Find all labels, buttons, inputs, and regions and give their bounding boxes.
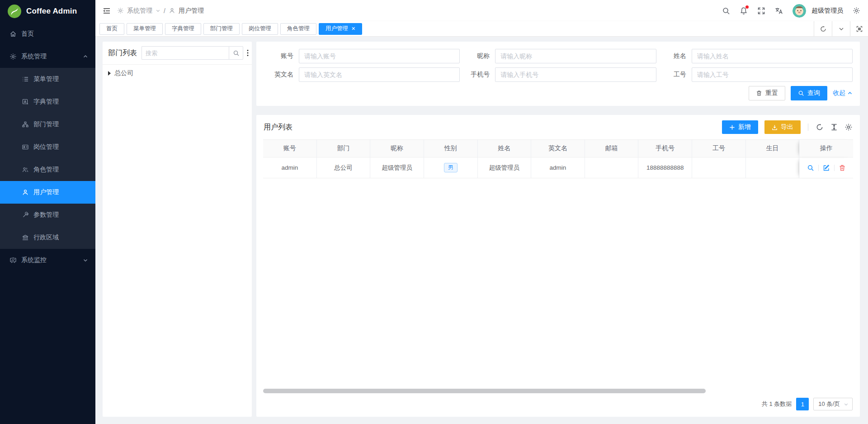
breadcrumb-group[interactable]: 系统管理 bbox=[127, 7, 152, 15]
settings-gear-icon[interactable] bbox=[853, 7, 861, 15]
department-tree: 总公司 bbox=[103, 65, 252, 82]
sidebar-item-label: 岗位管理 bbox=[33, 143, 59, 151]
sidebar-item-home[interactable]: 首页 bbox=[0, 23, 95, 45]
row-height-icon[interactable] bbox=[830, 123, 838, 131]
department-search bbox=[142, 46, 243, 60]
notification-bell-icon[interactable] bbox=[740, 7, 748, 15]
app-title: Coffee Admin bbox=[26, 7, 77, 16]
tab-close-icon[interactable]: ✕ bbox=[351, 26, 355, 31]
search-icon[interactable] bbox=[722, 7, 730, 15]
user-list-title: 用户列表 bbox=[264, 123, 292, 132]
field-label: 英文名 bbox=[264, 71, 299, 79]
monitor-chart-icon bbox=[9, 257, 17, 264]
translate-icon[interactable] bbox=[775, 7, 783, 15]
column-header-gender: 性别 bbox=[424, 139, 478, 157]
tree-node-root[interactable]: 总公司 bbox=[108, 69, 246, 77]
horizontal-scrollbar bbox=[263, 389, 853, 393]
phone-input[interactable] bbox=[495, 67, 656, 82]
tab-role-management[interactable]: 角色管理 bbox=[280, 23, 316, 35]
job-no-input[interactable] bbox=[692, 67, 853, 82]
sidebar-item-label: 字典管理 bbox=[33, 98, 59, 106]
sidebar-item-role-management[interactable]: 角色管理 bbox=[0, 158, 95, 181]
fullscreen-icon[interactable] bbox=[757, 7, 765, 15]
chevron-down-icon bbox=[83, 257, 88, 263]
en-name-input[interactable] bbox=[299, 67, 460, 82]
sidebar-item-label: 参数管理 bbox=[33, 211, 59, 219]
delete-trash-icon[interactable] bbox=[839, 164, 846, 172]
user-list-toolbar: 新增 导出 bbox=[722, 120, 853, 134]
nickname-input[interactable] bbox=[495, 49, 656, 63]
scrollbar-thumb[interactable] bbox=[263, 389, 706, 393]
field-label: 账号 bbox=[264, 52, 299, 60]
refresh-icon[interactable] bbox=[816, 123, 824, 131]
tab-home[interactable]: 首页 bbox=[99, 23, 124, 35]
cell-en-name: admin bbox=[531, 157, 585, 178]
sidebar-menu: 首页 系统管理 菜单管理 字典管理 部门管理 岗位管理 bbox=[0, 23, 95, 424]
content-area: 部门列表 总公司 账号 bbox=[95, 37, 868, 424]
department-search-input[interactable] bbox=[142, 46, 229, 60]
sidebar-item-admin-region[interactable]: 行政区域 bbox=[0, 226, 95, 249]
sidebar-item-menu-management[interactable]: 菜单管理 bbox=[0, 68, 95, 91]
chevron-down-icon bbox=[156, 8, 160, 13]
sidebar-item-label: 系统监控 bbox=[21, 256, 47, 264]
tab-dept-management[interactable]: 部门管理 bbox=[203, 23, 240, 35]
export-button[interactable]: 导出 bbox=[764, 120, 801, 134]
chevron-up-icon bbox=[847, 91, 853, 96]
user-name[interactable]: 超级管理员 bbox=[811, 7, 843, 15]
filter-actions: 重置 查询 收起 bbox=[264, 86, 853, 100]
sidebar-item-dict-management[interactable]: 字典管理 bbox=[0, 91, 95, 113]
account-input[interactable] bbox=[299, 49, 460, 63]
name-input[interactable] bbox=[692, 49, 853, 63]
home-icon bbox=[9, 30, 17, 38]
sidebar-collapse-icon[interactable] bbox=[103, 7, 111, 15]
column-settings-gear-icon[interactable] bbox=[844, 123, 853, 131]
user-icon bbox=[22, 189, 29, 196]
app-logo-row[interactable]: Coffee Admin bbox=[0, 0, 95, 23]
cell-account: admin bbox=[263, 157, 317, 178]
refresh-icon[interactable] bbox=[814, 21, 832, 36]
cell-name: 超级管理员 bbox=[478, 157, 532, 178]
tab-menu-management[interactable]: 菜单管理 bbox=[127, 23, 163, 35]
field-label: 手机号 bbox=[460, 71, 495, 79]
view-search-icon[interactable] bbox=[807, 164, 814, 172]
id-card-icon bbox=[22, 143, 29, 151]
page-button-1[interactable]: 1 bbox=[796, 398, 809, 410]
column-header-account: 账号 bbox=[263, 139, 317, 157]
cell-nickname: 超级管理员 bbox=[370, 157, 424, 178]
sidebar-item-post-management[interactable]: 岗位管理 bbox=[0, 136, 95, 158]
chevron-down-icon[interactable] bbox=[832, 21, 850, 36]
add-button[interactable]: 新增 bbox=[722, 120, 758, 134]
user-list-header: 用户列表 新增 导出 bbox=[256, 115, 860, 139]
tab-post-management[interactable]: 岗位管理 bbox=[242, 23, 278, 35]
sidebar-item-user-management[interactable]: 用户管理 bbox=[0, 181, 95, 204]
gear-icon bbox=[9, 53, 17, 60]
sidebar-item-dept-management[interactable]: 部门管理 bbox=[0, 113, 95, 136]
more-options-icon[interactable] bbox=[247, 46, 249, 60]
reset-button[interactable]: 重置 bbox=[749, 86, 785, 100]
sidebar-submenu-system: 菜单管理 字典管理 部门管理 岗位管理 角色管理 用户管理 bbox=[0, 68, 95, 249]
maximize-icon[interactable] bbox=[850, 21, 868, 36]
filter-field-name: 姓名 bbox=[656, 49, 853, 63]
query-button[interactable]: 查询 bbox=[791, 86, 827, 100]
bank-icon bbox=[22, 234, 29, 241]
sidebar-item-param-management[interactable]: 参数管理 bbox=[0, 204, 95, 226]
sidebar-item-system-management[interactable]: 系统管理 bbox=[0, 45, 95, 68]
column-header-dept: 部门 bbox=[317, 139, 371, 157]
cell-dept: 总公司 bbox=[317, 157, 371, 178]
collapse-toggle[interactable]: 收起 bbox=[833, 89, 853, 97]
column-header-birthday: 生日 bbox=[746, 139, 800, 157]
filter-row-2: 英文名 手机号 工号 bbox=[264, 67, 853, 82]
tab-user-management[interactable]: 用户管理 ✕ bbox=[319, 23, 362, 35]
page-size-select[interactable]: 10 条/页 bbox=[813, 398, 853, 410]
cell-phone: 18888888888 bbox=[638, 157, 692, 178]
tab-dict-management[interactable]: 字典管理 bbox=[165, 23, 201, 35]
sidebar-item-system-monitor[interactable]: 系统监控 bbox=[0, 249, 95, 272]
gender-tag: 男 bbox=[444, 163, 458, 173]
user-avatar[interactable] bbox=[793, 4, 806, 18]
caret-right-icon[interactable] bbox=[108, 71, 111, 76]
filter-field-phone: 手机号 bbox=[460, 67, 656, 82]
department-search-button[interactable] bbox=[229, 46, 243, 60]
department-panel: 部门列表 总公司 bbox=[103, 42, 252, 417]
edit-icon[interactable] bbox=[823, 164, 830, 172]
column-header-nickname: 昵称 bbox=[370, 139, 424, 157]
